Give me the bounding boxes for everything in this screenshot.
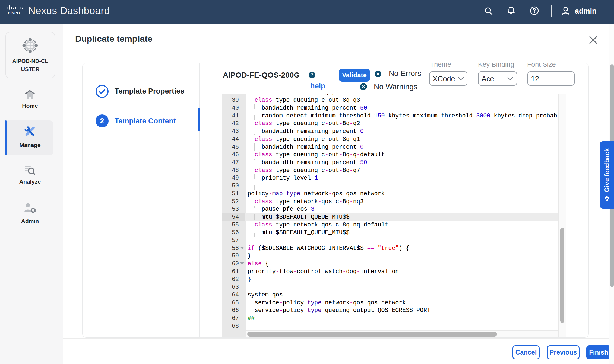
svg-text:cisco: cisco bbox=[8, 10, 20, 15]
